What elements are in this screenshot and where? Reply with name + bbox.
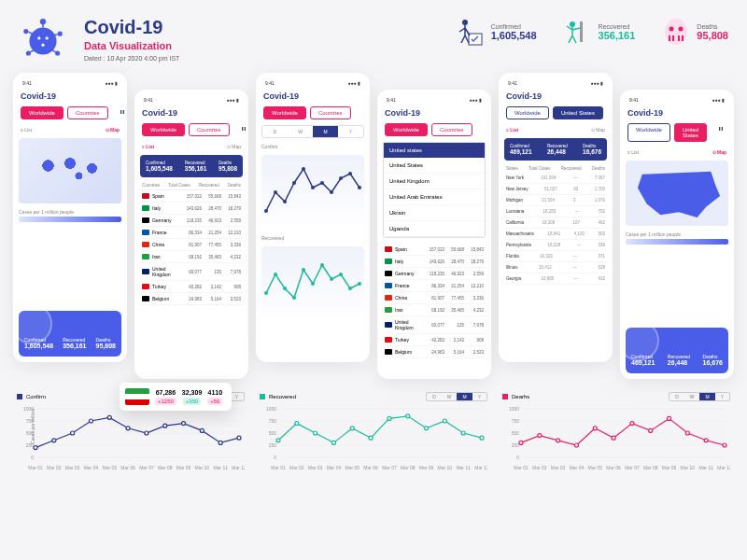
svg-point-76 <box>163 424 167 427</box>
svg-line-10 <box>28 32 32 34</box>
svg-text:Mar
06: Mar 06 <box>120 465 135 470</box>
view-list[interactable]: ≡ List <box>21 127 32 133</box>
state-row[interactable]: Massachusetts18,9414,100503 <box>504 229 607 240</box>
svg-point-148 <box>723 443 726 447</box>
svg-point-138 <box>538 434 542 438</box>
svg-point-1 <box>37 36 40 39</box>
view-list[interactable]: ≡ List <box>142 144 154 149</box>
svg-point-26 <box>274 190 277 194</box>
phone-us-states: 9:41●●● ▮ Covid-19 Worldwide United Stat… <box>499 73 613 362</box>
svg-point-2 <box>46 36 49 39</box>
country-dropdown[interactable]: United states United StatesUnited Kingdo… <box>383 142 486 238</box>
country-row[interactable]: Iran68,19235,4654,232 <box>140 251 243 263</box>
us-map[interactable] <box>626 161 728 226</box>
svg-text:Mar
12: Mar 12 <box>232 465 245 470</box>
bottom-charts: ConfirmDWMY Cases per million02505007501… <box>0 385 747 478</box>
header: Covid-19 Data Visualization Dated : 10 A… <box>0 0 747 73</box>
svg-point-5 <box>23 29 28 34</box>
dropdown-option[interactable]: United Arab Emirates <box>384 189 485 205</box>
country-row[interactable]: Spain157,02255,66815,843 <box>140 190 243 203</box>
country-row[interactable]: United Kingdom65,0771357,978 <box>140 263 243 281</box>
svg-text:750: 750 <box>512 418 520 424</box>
tab-worldwide[interactable]: Worldwide <box>21 106 63 119</box>
state-row[interactable]: Pennsylvania18,228—338 <box>504 240 607 251</box>
tab-worldwide[interactable]: Worldwide <box>142 123 185 136</box>
svg-text:Mar
02: Mar 02 <box>532 465 547 470</box>
recovered-illustration <box>563 17 593 47</box>
page-subtitle: Data Visualization <box>84 40 179 51</box>
country-row[interactable]: Spain157,02255,66815,843 <box>383 244 486 256</box>
state-row[interactable]: Georgia10,885—412 <box>504 273 607 285</box>
dropdown-option[interactable]: Ukrain <box>384 205 485 221</box>
dropdown-option[interactable]: United States <box>384 158 485 174</box>
svg-point-111 <box>425 427 429 430</box>
country-row[interactable]: Germany118,23546,9232,559 <box>140 215 243 227</box>
svg-point-147 <box>704 439 708 442</box>
country-row[interactable]: Belgium24,9835,1642,523 <box>383 346 486 358</box>
country-row[interactable]: France86,33421,25412,210 <box>383 280 486 292</box>
svg-point-45 <box>348 287 352 290</box>
svg-point-104 <box>295 422 299 426</box>
chart-icon[interactable]: ⫼ <box>112 106 133 119</box>
density-scale <box>19 217 121 222</box>
svg-point-35 <box>358 186 361 189</box>
svg-point-143 <box>630 422 634 426</box>
svg-point-112 <box>443 419 446 423</box>
state-row[interactable]: New York161,504—7,067 <box>504 173 607 184</box>
period-selector[interactable]: DWMY <box>261 125 364 138</box>
country-row[interactable]: Italy143,62628,47018,279 <box>383 256 486 268</box>
svg-point-140 <box>574 443 578 447</box>
state-row[interactable]: California18,309107492 <box>504 217 607 229</box>
view-map[interactable]: ⊙ Map <box>227 144 241 149</box>
svg-rect-21 <box>669 35 670 41</box>
page-title: Covid-19 <box>84 17 179 38</box>
state-row[interactable]: Michigan21,50431,076 <box>504 195 607 206</box>
country-row[interactable]: Turkey42,2822,142908 <box>140 281 243 293</box>
state-row[interactable]: Louisiana18,283—702 <box>504 206 607 217</box>
phone-us-map: 9:41●●● ▮ Covid-19 Worldwide United Stat… <box>620 90 734 379</box>
chart-deaths: DearhsDWMY 02505007501000Mar 01Mar 02Mar… <box>502 392 730 470</box>
svg-text:Mar
08: Mar 08 <box>401 465 416 470</box>
state-row[interactable]: Illinois15,412—528 <box>504 262 607 273</box>
country-row[interactable]: China81,90777,4553,336 <box>140 239 243 251</box>
svg-text:250: 250 <box>269 442 277 448</box>
hover-tooltip: 67,286+1250 32,309+350 4110+56 <box>120 383 232 411</box>
svg-point-37 <box>274 273 277 276</box>
world-map[interactable] <box>19 138 121 203</box>
svg-point-69 <box>34 446 37 450</box>
state-row[interactable]: Florida16,323—371 <box>504 251 607 262</box>
svg-point-32 <box>330 190 333 194</box>
country-row[interactable]: United Kingdom65,0771357,978 <box>383 316 486 334</box>
svg-text:750: 750 <box>269 418 277 424</box>
svg-point-19 <box>669 27 674 32</box>
svg-line-13 <box>51 49 55 52</box>
country-row[interactable]: Belgium24,9835,1642,523 <box>140 293 243 305</box>
svg-text:500: 500 <box>512 430 520 436</box>
country-row[interactable]: China81,90777,4553,336 <box>383 292 486 304</box>
svg-text:Mar
12: Mar 12 <box>717 465 730 470</box>
tab-countries[interactable]: Countries <box>67 106 108 119</box>
view-map[interactable]: ⊙ Map <box>106 127 120 133</box>
svg-point-41 <box>311 282 315 286</box>
country-row[interactable]: Italy143,62628,47018,279 <box>140 203 243 215</box>
svg-text:Mar
08: Mar 08 <box>643 465 658 470</box>
svg-text:0: 0 <box>31 455 34 460</box>
dropdown-option[interactable]: Uganda <box>384 221 485 237</box>
svg-point-108 <box>369 436 373 440</box>
country-row[interactable]: Germany118,23546,9232,559 <box>383 268 486 280</box>
tab-countries[interactable]: Countries <box>189 123 230 136</box>
dropdown-option[interactable]: United Kingdom <box>384 174 485 189</box>
country-row[interactable]: Iran68,19235,4654,232 <box>383 304 486 316</box>
svg-text:Mar
06: Mar 06 <box>606 465 621 470</box>
svg-point-77 <box>182 422 186 426</box>
chart-icon[interactable]: ⫼ <box>233 123 254 136</box>
country-row[interactable]: France86,33421,25412,210 <box>140 227 243 239</box>
svg-point-30 <box>311 186 315 189</box>
country-row[interactable]: Turkey42,2822,142908 <box>383 334 486 346</box>
svg-text:Mar
01: Mar 01 <box>514 465 529 470</box>
svg-text:Mar
12: Mar 12 <box>474 465 487 470</box>
state-row[interactable]: New Jersey51,027921,700 <box>504 184 607 195</box>
svg-line-12 <box>30 49 34 52</box>
svg-point-105 <box>314 431 317 435</box>
svg-text:Mar
10: Mar 10 <box>681 465 696 470</box>
